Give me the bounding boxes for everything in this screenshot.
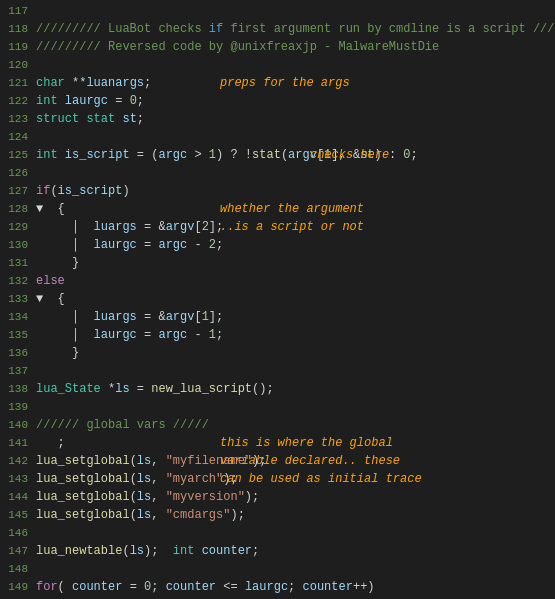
line-144: 144 lua_setglobal(ls, "myversion");	[0, 490, 555, 508]
line-147: 147 lua_newtable(ls); int counter;	[0, 544, 555, 562]
line-117: 117	[0, 4, 555, 22]
line-123: 123 struct stat st;	[0, 112, 555, 130]
line-145: 145 lua_setglobal(ls, "cmdargs");	[0, 508, 555, 526]
line-124: 124	[0, 130, 555, 148]
line-146: 146	[0, 526, 555, 544]
line-128: 128 ▼ { whether the argument	[0, 202, 555, 220]
line-149: 149 for( counter = 0; counter <= laurgc;…	[0, 580, 555, 598]
line-142: 142 lua_setglobal(ls, "myfilename");	[0, 454, 555, 472]
line-139: 139	[0, 400, 555, 418]
line-132: 132 else	[0, 274, 555, 292]
line-122: 122 int laurgc = 0;	[0, 94, 555, 112]
line-130: 130 │ laurgc = argc - 2;	[0, 238, 555, 256]
code-viewer: 117 118 ///////// LuaBot checks if first…	[0, 0, 555, 599]
line-137: 137	[0, 364, 555, 382]
line-136: 136 }	[0, 346, 555, 364]
line-120: 120	[0, 58, 555, 76]
line-119: 119 ///////// Reversed code by @unixfrea…	[0, 40, 555, 58]
line-135: 135 │ laurgc = argc - 1;	[0, 328, 555, 346]
line-148: 148	[0, 562, 555, 580]
line-143: 143 lua_setglobal(ls, "myarch");	[0, 472, 555, 490]
line-125: 125 int is_script = (argc > 1) ? !stat(a…	[0, 148, 555, 166]
line-134: 134 │ luargs = &argv[1];	[0, 310, 555, 328]
line-129: 129 │ luargs = &argv[2]; ..is a script o…	[0, 220, 555, 238]
line-121: 121 char **luanargs; preps for the args	[0, 76, 555, 94]
line-118: 118 ///////// LuaBot checks if first arg…	[0, 22, 555, 40]
line-126: 126	[0, 166, 555, 184]
line-131: 131 }	[0, 256, 555, 274]
line-141: 141 ; this is where the globalvariable d…	[0, 436, 555, 454]
line-140: 140 ////// global vars /////	[0, 418, 555, 436]
line-127: 127 if(is_script)	[0, 184, 555, 202]
line-138: 138 lua_State *ls = new_lua_script();	[0, 382, 555, 400]
line-133: 133 ▼ {	[0, 292, 555, 310]
